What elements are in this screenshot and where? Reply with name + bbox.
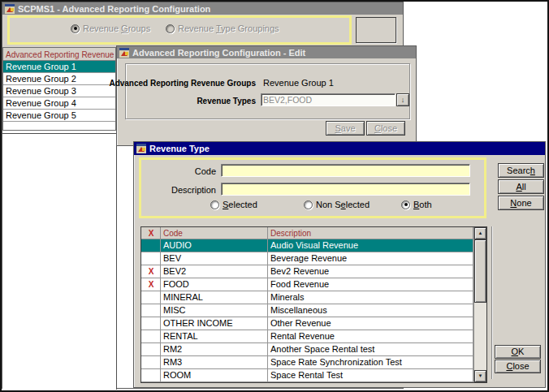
table-row[interactable]: RENTALRental Revenue	[141, 330, 473, 343]
radio-label: Non Selected	[316, 200, 370, 209]
radio-label: Selected	[223, 200, 257, 209]
table-row[interactable]: XFOODFood Revenue	[141, 278, 473, 291]
column-header-description: Description	[268, 227, 473, 239]
row-code-cell: AUDIO	[161, 239, 268, 252]
radio-circle	[210, 200, 219, 209]
column-header-mark: X	[141, 227, 161, 239]
row-mark-cell	[141, 252, 161, 265]
row-code-cell: BEV	[161, 252, 268, 265]
table-row[interactable]: MISCMiscellaneous	[141, 304, 473, 317]
window-title: Advanced Reporting Configuration - Edit	[132, 48, 305, 58]
revenue-group-row[interactable]: Revenue Group 4	[3, 97, 115, 110]
scroll-down-button[interactable]: ▼	[474, 370, 486, 382]
window-title: SCPMS1 - Advanced Reporting Configuratio…	[18, 4, 210, 14]
table-header-row: X Code Description	[141, 227, 473, 239]
table-row[interactable]: MINERALMinerals	[141, 291, 473, 304]
revenue-types-label: Revenue Types	[197, 97, 256, 106]
scroll-up-button[interactable]: ▲	[474, 227, 486, 239]
ok-button[interactable]: OK	[495, 345, 541, 359]
lov-dropdown-button[interactable]: ↓	[396, 93, 409, 106]
window-icon	[5, 4, 15, 14]
radio-revenue-type-groupings[interactable]: Revenue Type Groupings	[166, 24, 279, 33]
row-code-cell: BEV2	[161, 265, 268, 278]
radio-label: Revenue Type Groupings	[178, 24, 279, 33]
row-code-cell: OTHER INCOME	[161, 317, 268, 330]
column-header-code: Code	[161, 227, 268, 239]
table-row[interactable]: AUDIOAudio Visual Revenue	[141, 239, 473, 252]
radio-revenue-groups[interactable]: Revenue Groups	[71, 24, 150, 33]
revenue-group-value: Revenue Group 1	[263, 78, 334, 88]
save-button[interactable]: Save	[326, 121, 365, 136]
revenue-type-titlebar[interactable]: Revenue Type	[134, 142, 545, 155]
code-input[interactable]	[221, 164, 470, 177]
table-row[interactable]: ROOMSpace Rental Test	[141, 369, 473, 382]
radio-circle	[166, 24, 175, 33]
list-body: Revenue Group 1Revenue Group 2Revenue Gr…	[3, 61, 115, 122]
radio-circle	[304, 200, 313, 209]
window-title: Revenue Type	[149, 144, 210, 153]
row-mark-cell	[141, 291, 161, 304]
empty-display-box	[356, 17, 396, 43]
row-mark-cell	[141, 304, 161, 317]
table-body: AUDIOAudio Visual RevenueBEVBeverage Rev…	[141, 239, 486, 382]
row-code-cell: RENTAL	[161, 330, 268, 343]
code-label: Code	[195, 166, 216, 176]
table-row[interactable]: RM3Space Rate Synchronization Test	[141, 356, 473, 369]
row-description-cell: Audio Visual Revenue	[268, 239, 473, 252]
edit-group-box	[125, 63, 410, 119]
row-code-cell: RM2	[161, 343, 268, 356]
table-row[interactable]: OTHER INCOMEOther Revenue	[141, 317, 473, 330]
table-row[interactable]: XBEV2Bev2 Revenue	[141, 265, 473, 278]
radio-non-selected[interactable]: Non Selected	[304, 200, 370, 209]
edit-titlebar[interactable]: Advanced Reporting Configuration - Edit	[117, 46, 416, 58]
close-button[interactable]: Close	[495, 360, 541, 373]
vertical-scrollbar[interactable]: ▲ ▼	[473, 227, 486, 382]
row-code-cell: ROOM	[161, 369, 268, 382]
row-description-cell: Space Rate Synchronization Test	[268, 356, 473, 369]
row-mark-cell	[141, 369, 161, 382]
scrollbar-thumb[interactable]	[474, 239, 486, 303]
row-code-cell: MISC	[161, 304, 268, 317]
table-row[interactable]: RM2Another Space Rental test	[141, 343, 473, 356]
row-mark-cell	[141, 317, 161, 330]
close-button[interactable]: Close	[366, 121, 405, 136]
radio-selected[interactable]: Selected	[210, 200, 257, 209]
description-input[interactable]	[221, 183, 470, 196]
revenue-group-row[interactable]: Revenue Group 3	[3, 85, 115, 97]
row-description-cell: Minerals	[268, 291, 473, 304]
radio-label: Revenue Groups	[83, 24, 150, 33]
search-button[interactable]: Search	[498, 163, 544, 178]
none-button[interactable]: None	[498, 196, 544, 210]
revenue-type-table: X Code Description AUDIOAudio Visual Rev…	[140, 226, 487, 383]
window-icon	[119, 48, 129, 58]
row-mark-cell: X	[141, 278, 161, 291]
radio-circle	[401, 200, 410, 209]
window-icon	[136, 144, 146, 153]
radio-circle	[71, 24, 80, 33]
revenue-group-row[interactable]: Revenue Group 2	[3, 73, 115, 85]
row-mark-cell	[141, 343, 161, 356]
row-description-cell: Rental Revenue	[268, 330, 473, 343]
revenue-groups-label: Advanced Reporting Revenue Groups	[109, 79, 256, 88]
scpms1-titlebar[interactable]: SCPMS1 - Advanced Reporting Configuratio…	[2, 2, 403, 15]
description-label: Description	[171, 185, 216, 195]
row-description-cell: Beverage Revenue	[268, 252, 473, 265]
row-description-cell: Miscellaneous	[268, 304, 473, 317]
radio-label: Both	[413, 200, 432, 209]
revenue-group-row[interactable]: Revenue Group 1	[3, 61, 115, 73]
row-code-cell: MINERAL	[161, 291, 268, 304]
row-description-cell: Food Revenue	[268, 278, 473, 291]
row-code-cell: RM3	[161, 356, 268, 369]
row-mark-cell	[141, 356, 161, 369]
lower-white-panel	[2, 133, 117, 390]
revenue-types-field[interactable]: BEV2,FOOD	[261, 93, 396, 106]
table-row[interactable]: BEVBeverage Revenue	[141, 252, 473, 265]
window-edit-dialog: Advanced Reporting Configuration - Edit …	[116, 45, 417, 146]
row-description-cell: Bev2 Revenue	[268, 265, 473, 278]
revenue-group-row[interactable]: Revenue Group 5	[3, 110, 115, 122]
all-button[interactable]: All	[498, 179, 544, 194]
row-mark-cell	[141, 330, 161, 343]
row-mark-cell: X	[141, 265, 161, 278]
radio-both[interactable]: Both	[401, 200, 432, 209]
row-description-cell: Other Revenue	[268, 317, 473, 330]
